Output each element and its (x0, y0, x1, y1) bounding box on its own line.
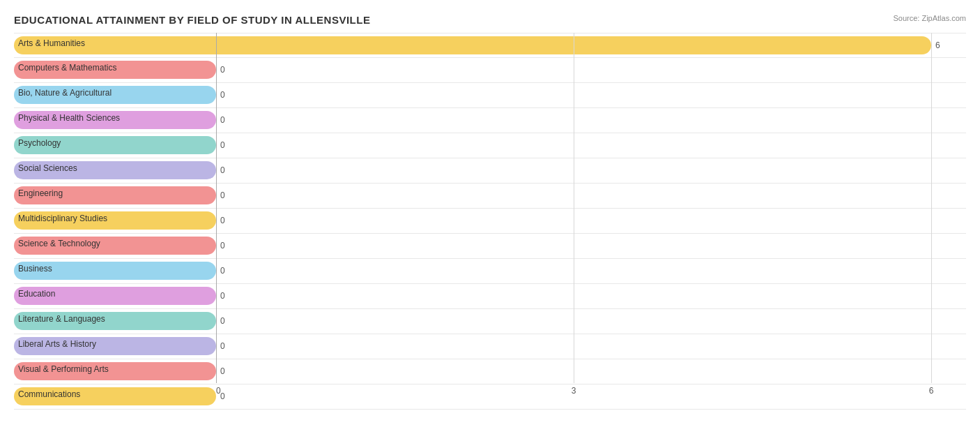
bar-label-container: Engineering (14, 186, 70, 200)
bars-section: Arts & Humanities6Computers & Mathematic… (14, 33, 966, 383)
chart-area: Arts & Humanities6Computers & Mathematic… (14, 33, 966, 404)
chart-source: Source: ZipAtlas.com (893, 14, 966, 22)
bar-label: Physical & Health Sciences (14, 112, 127, 124)
bar-label-container: Communications (14, 387, 87, 401)
bar-label-container: Business (14, 262, 59, 275)
bar-label: Literature & Languages (14, 313, 112, 325)
bar-label: Arts & Humanities (14, 37, 92, 50)
bar-label-container: Literature & Languages (14, 312, 112, 325)
bar-label: Social Sciences (14, 162, 84, 174)
bar-row: Communications0 (14, 384, 966, 410)
bar-fill (14, 36, 931, 54)
bar-label-container: Social Sciences (14, 161, 84, 174)
bar-label-container: Arts & Humanities (14, 36, 92, 50)
bar-label-container: Physical & Health Sciences (14, 111, 127, 124)
bar-label-container: Science & Technology (14, 237, 107, 250)
bar-label: Communications (14, 388, 87, 401)
bar-label: Engineering (14, 187, 70, 200)
bar-value: 0 (220, 190, 225, 200)
bar-row: Physical & Health Sciences0 (14, 108, 966, 133)
bar-row: Arts & Humanities6 (14, 33, 966, 58)
bar-value: 0 (220, 391, 225, 401)
bar-label: Business (14, 262, 59, 275)
bar-row: Computers & Mathematics0 (14, 58, 966, 83)
bar-row: Science & Technology0 (14, 234, 966, 259)
chart-container: EDUCATIONAL ATTAINMENT BY FIELD OF STUDY… (0, 0, 980, 441)
bar-value: 0 (220, 90, 225, 100)
bar-value: 0 (220, 115, 225, 125)
bar-row: Social Sciences0 (14, 158, 966, 184)
x-tick: 0 (216, 386, 221, 396)
bar-row: Bio, Nature & Agricultural0 (14, 83, 966, 108)
bar-row: Liberal Arts & History0 (14, 334, 966, 359)
bar-row: Multidisciplinary Studies0 (14, 209, 966, 234)
bar-row: Business0 (14, 259, 966, 284)
bar-label-container: Bio, Nature & Agricultural (14, 86, 118, 99)
bar-label: Multidisciplinary Studies (14, 212, 114, 225)
bar-label-container: Visual & Performing Arts (14, 362, 116, 375)
bar-value: 0 (220, 241, 225, 251)
bar-label-container: Liberal Arts & History (14, 337, 103, 350)
bar-row: Education0 (14, 284, 966, 309)
bar-row: Psychology0 (14, 133, 966, 158)
bar-label: Psychology (14, 137, 68, 149)
grid-line (216, 33, 217, 383)
bar-label-container: Psychology (14, 136, 68, 149)
bar-value: 0 (220, 266, 225, 276)
bar-value: 0 (220, 291, 225, 301)
grid-line (931, 33, 932, 383)
x-tick: 6 (929, 386, 934, 396)
bar-value: 0 (220, 366, 225, 376)
bar-label: Visual & Performing Arts (14, 363, 116, 375)
bar-value: 0 (220, 165, 225, 175)
bar-row: Visual & Performing Arts0 (14, 359, 966, 384)
grid-line (574, 33, 574, 383)
bar-label: Education (14, 287, 62, 300)
bar-label: Computers & Mathematics (14, 61, 123, 74)
bar-label-container: Education (14, 287, 62, 300)
bar-label-container: Computers & Mathematics (14, 61, 123, 74)
bar-label-container: Multidisciplinary Studies (14, 211, 114, 225)
bar-label: Liberal Arts & History (14, 338, 103, 350)
bar-value: 0 (220, 65, 225, 75)
bar-value: 6 (935, 40, 940, 50)
bar-label: Bio, Nature & Agricultural (14, 87, 118, 99)
bar-row: Literature & Languages0 (14, 309, 966, 334)
bar-value: 0 (220, 341, 225, 351)
x-tick: 3 (572, 386, 576, 396)
bar-label: Science & Technology (14, 237, 107, 250)
chart-title: EDUCATIONAL ATTAINMENT BY FIELD OF STUDY… (14, 14, 966, 26)
bar-row: Engineering0 (14, 184, 966, 209)
bar-value: 0 (220, 216, 225, 225)
bar-value: 0 (220, 140, 225, 150)
bar-value: 0 (220, 316, 225, 326)
